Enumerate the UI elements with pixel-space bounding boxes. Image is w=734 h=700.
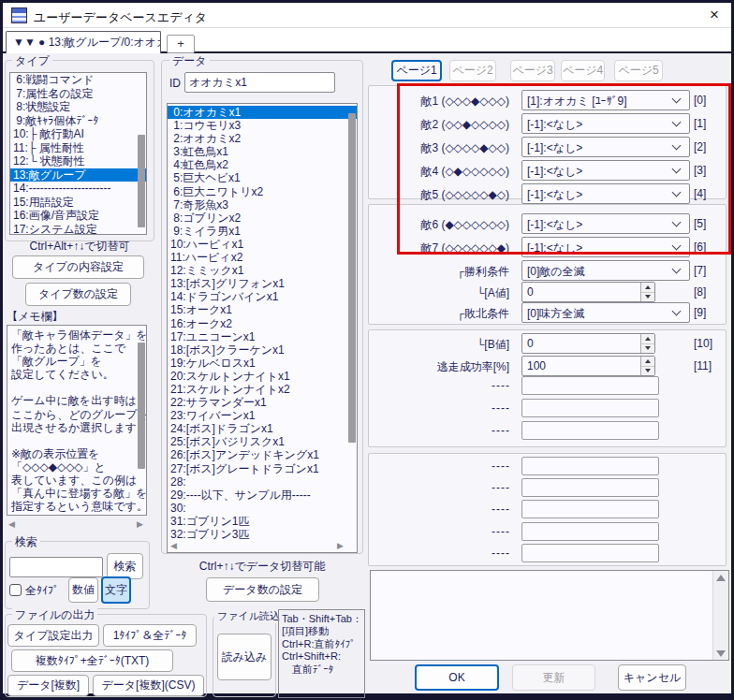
spinner-arrows-icon[interactable]: [640, 283, 654, 301]
enemy4-value: [-1]:<なし>: [527, 164, 582, 180]
entry-memo-scrollbar[interactable]: [712, 571, 728, 660]
unused-field-row: ----: [0, 500, 734, 520]
enemy7-value: [-1]:<なし>: [527, 241, 582, 256]
b-value-index: [10]: [694, 337, 712, 350]
a-value: 0: [527, 285, 534, 299]
victory-condition-dropdown[interactable]: [0]敵の全滅: [521, 260, 690, 281]
unused-field-label: ----: [431, 424, 510, 437]
ok-button[interactable]: OK: [415, 664, 499, 691]
unused-field-input[interactable]: [521, 478, 659, 497]
unused-field-input[interactable]: [521, 522, 659, 541]
data-caption: データ: [169, 53, 210, 69]
shortcut-note: Tab・Shift+Tab： [項目]移動 Ctrl+R:直前ﾀｲﾌﾟ Ctrl…: [278, 609, 365, 698]
data-multi-csv-button[interactable]: データ[複数](CSV): [93, 675, 204, 696]
unused-field-input[interactable]: [521, 500, 659, 518]
enemy2-dropdown[interactable]: [-1]:<なし>: [521, 113, 690, 134]
unused-field-row: ----: [0, 478, 734, 499]
unused-field-input[interactable]: [521, 399, 659, 417]
enemy7-dropdown[interactable]: [-1]:<なし>: [521, 237, 690, 257]
a-value-row: └[A値] 0 [8]: [0, 282, 734, 302]
chevron-down-icon: [672, 118, 682, 127]
unused-field-row: ----: [0, 522, 734, 543]
search-numeric-toggle[interactable]: 数値: [68, 577, 98, 603]
a-value-index: [8]: [694, 285, 706, 299]
data-multi-button[interactable]: データ[複数]: [7, 675, 89, 696]
unused-field-label: ----: [431, 401, 510, 415]
escape-rate-value: 100: [527, 359, 546, 372]
scroll-up-icon[interactable]: [713, 571, 728, 584]
all-types-label: 全ﾀｲﾌﾟ: [25, 583, 59, 599]
enemy2-value: [-1]:<なし>: [527, 117, 582, 133]
enemy1-index: [0]: [694, 94, 706, 107]
enemy5-index: [4]: [694, 187, 706, 200]
unused-field-row: ----: [0, 457, 734, 477]
unused-field-label: ----: [431, 503, 510, 516]
scroll-down-icon[interactable]: [713, 647, 728, 660]
b-value-spinner[interactable]: 0: [521, 333, 655, 354]
defeat-condition-index: [9]: [694, 306, 706, 319]
enemy1-label: 敵1 (◇◇◇◆◇◇◇): [382, 94, 509, 109]
defeat-condition-value: [0]味方全滅: [527, 306, 584, 322]
spinner-arrows-icon[interactable]: [640, 357, 654, 375]
cancel-button[interactable]: キャンセル: [618, 664, 686, 691]
all-types-checkbox[interactable]: [9, 584, 22, 596]
chevron-down-icon: [672, 241, 682, 251]
multi-type-all-data-txt-button[interactable]: 複数ﾀｲﾌﾟ+全ﾃﾞｰﾀ(TXT): [11, 649, 173, 672]
entry-memo-textarea[interactable]: [370, 570, 729, 661]
one-type-all-data-button[interactable]: 1ﾀｲﾌﾟ＆全ﾃﾞｰﾀ: [103, 624, 197, 647]
id-label: ID: [169, 77, 181, 90]
type-caption: タイプ: [12, 53, 52, 69]
enemy3-label: 敵3 (◇◇◇◇◆◇◇): [382, 140, 509, 156]
enemy3-row: 敵3 (◇◇◇◇◆◇◇) [-1]:<なし> [2]: [0, 137, 734, 157]
unused-field-input[interactable]: [521, 457, 659, 475]
page-tab-3[interactable]: ページ3: [510, 60, 555, 81]
enemy1-dropdown[interactable]: [1]:オオカミ [ﾕｰｻﾞ9]: [521, 90, 690, 110]
enemy3-dropdown[interactable]: [-1]:<なし>: [521, 137, 690, 157]
b-value-row: └[B値] 0 [10]: [0, 333, 734, 354]
enemy1-value: [1]:オオカミ [ﾕｰｻﾞ9]: [527, 94, 626, 109]
chevron-down-icon: [672, 95, 682, 104]
victory-condition-index: [7]: [694, 264, 706, 277]
type-settings-output-button[interactable]: タイプ設定出力: [7, 624, 99, 647]
chevron-down-icon: [672, 141, 682, 151]
enemy2-index: [1]: [694, 117, 706, 130]
unused-field-input[interactable]: [521, 376, 659, 395]
enemy5-dropdown[interactable]: [-1]:<なし>: [521, 183, 690, 204]
escape-rate-index: [11]: [694, 359, 712, 372]
enemy4-dropdown[interactable]: [-1]:<なし>: [521, 160, 690, 181]
a-value-spinner[interactable]: 0: [521, 282, 655, 302]
chevron-down-icon: [672, 165, 682, 174]
user-database-editor-window: ユーザーデータベースエディタ × ▼▼ ● 13:敵グループ/0:オオカ.. +…: [0, 0, 734, 700]
type-list-item[interactable]: 6:戦闘コマンド: [10, 73, 146, 87]
file-output-caption: ファイルの出力: [12, 607, 97, 623]
update-button[interactable]: 更新: [512, 664, 595, 691]
search-text-toggle[interactable]: 文字: [101, 576, 131, 604]
new-tab-button[interactable]: +: [167, 35, 195, 53]
close-icon[interactable]: ×: [710, 6, 719, 24]
enemy4-row: 敵4 (◇◆◇◇◇◇◇) [-1]:<なし> [3]: [0, 160, 734, 181]
enemy4-index: [3]: [694, 164, 706, 177]
enemy2-row: 敵2 (◇◇◆◇◇◇◇) [-1]:<なし> [1]: [0, 113, 734, 134]
escape-rate-spinner[interactable]: 100: [521, 356, 655, 376]
unused-field-input[interactable]: [521, 421, 659, 440]
defeat-condition-label: ┌敗北条件: [382, 306, 509, 322]
page-tab-2[interactable]: ページ2: [449, 60, 496, 81]
enemy5-label: 敵5 (◇◇◇◇◇◆◇): [382, 187, 509, 203]
enemy7-row: 敵7 (◇◇◇◇◇◇◆) [-1]:<なし> [6]: [0, 237, 734, 257]
tab-active-document[interactable]: ▼▼ ● 13:敵グループ/0:オオカ..: [6, 31, 161, 53]
victory-condition-row: ┌勝利条件 [0]敵の全滅 [7]: [0, 260, 734, 281]
load-file-button[interactable]: 読み込み: [217, 634, 272, 680]
enemy6-dropdown[interactable]: [-1]:<なし>: [521, 213, 690, 234]
spinner-arrows-icon[interactable]: [640, 334, 654, 353]
page-tab-5[interactable]: ページ5: [614, 60, 663, 81]
unused-field-label: ----: [431, 547, 510, 560]
data-count-settings-button[interactable]: データ数の設定: [206, 577, 319, 602]
page-tab-4[interactable]: ページ4: [561, 60, 605, 81]
escape-rate-label: 逃走成功率[%]: [382, 359, 509, 375]
defeat-condition-dropdown[interactable]: [0]味方全滅: [521, 302, 690, 323]
enemy7-index: [6]: [694, 241, 706, 254]
victory-condition-label: ┌勝利条件: [382, 264, 509, 280]
page-tab-1[interactable]: ページ1: [391, 60, 442, 81]
unused-field-input[interactable]: [521, 544, 659, 562]
unused-field-label: ----: [431, 459, 510, 473]
